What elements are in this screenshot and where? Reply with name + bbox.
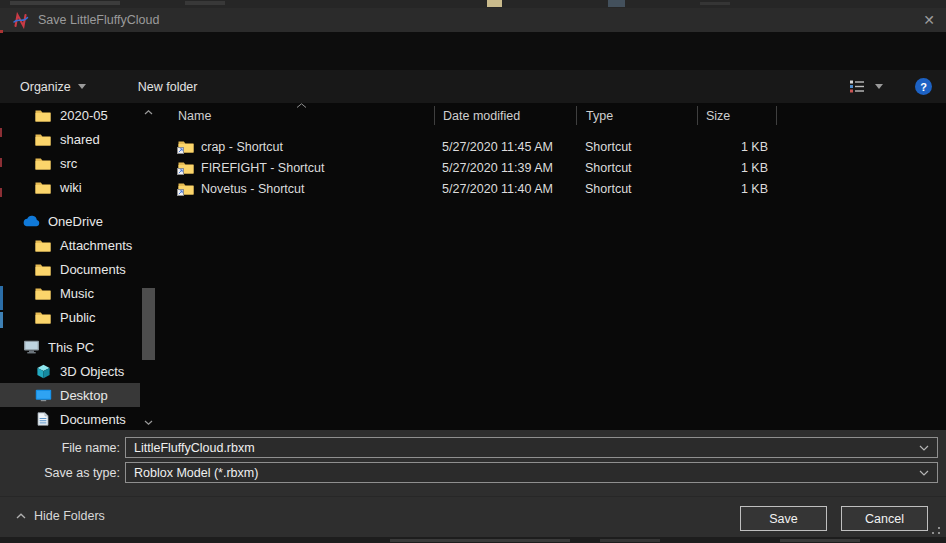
chevron-down-icon[interactable] (919, 445, 929, 451)
sidebar-item-this-pc[interactable]: This PC (0, 335, 160, 359)
window-title: Save LittleFluffyCloud (38, 13, 159, 27)
file-row[interactable]: FIREFIGHT - Shortcut 5/27/2020 11:39 AM … (160, 157, 946, 178)
sidebar-item-src[interactable]: src (0, 151, 160, 175)
save-as-type-label: Save as type: (0, 466, 120, 480)
hide-folders-button[interactable]: Hide Folders (16, 509, 105, 523)
scrollbar-thumb[interactable] (142, 288, 155, 360)
file-type: Shortcut (576, 136, 697, 157)
new-folder-label: New folder (138, 80, 198, 94)
save-dialog: { "title_bar": { "title": "Save LittleFl… (0, 0, 946, 543)
folder-icon (34, 263, 52, 276)
file-type: Shortcut (576, 157, 697, 178)
sidebar-item-label: src (60, 156, 77, 171)
sidebar-item-documents-onedrive[interactable]: Documents (0, 257, 160, 281)
document-icon (34, 412, 52, 426)
folder-icon (34, 181, 52, 194)
file-date: 5/27/2020 11:39 AM (434, 157, 576, 178)
file-row[interactable]: crap - Shortcut 5/27/2020 11:45 AM Short… (160, 136, 946, 157)
shortcut-folder-icon (178, 161, 194, 174)
sidebar-item-label: Desktop (60, 388, 108, 403)
sidebar-item-label: 2020-05 (60, 108, 108, 123)
sidebar-item-attachments[interactable]: Attachments (0, 233, 160, 257)
shortcut-arrow-icon (177, 147, 184, 154)
column-header-size[interactable]: Size (697, 106, 777, 125)
folder-icon (34, 157, 52, 170)
sort-ascending-icon (296, 103, 307, 108)
sidebar-item-public[interactable]: Public (0, 305, 160, 329)
shortcut-arrow-icon (177, 168, 184, 175)
chevron-up-icon (16, 513, 26, 519)
column-header-name[interactable]: Name (160, 106, 434, 125)
file-fields-panel: File name: LittleFluffyCloud.rbxm Save a… (0, 430, 946, 496)
sidebar-item-desktop[interactable]: Desktop (0, 383, 140, 407)
save-button[interactable]: Save (740, 506, 827, 531)
sidebar-item-label: Attachments (60, 238, 132, 253)
sidebar-item-label: This PC (48, 340, 94, 355)
file-name: FIREFIGHT - Shortcut (201, 161, 324, 175)
command-toolbar: Organize New folder ? (0, 70, 946, 103)
sidebar-item-2020-05[interactable]: 2020-05 (0, 103, 160, 127)
folder-icon (34, 109, 52, 122)
folder-icon (34, 133, 52, 146)
sidebar-item-label: Public (60, 310, 95, 325)
computer-icon (22, 340, 40, 354)
folder-icon (34, 287, 52, 300)
sidebar-scrollbar[interactable] (141, 103, 156, 430)
save-as-type-select[interactable]: Roblox Model (*.rbxm) (125, 462, 938, 483)
details-view-icon[interactable] (849, 80, 865, 93)
close-icon[interactable]: ✕ (912, 8, 946, 32)
file-size: 1 KB (697, 136, 777, 157)
navigation-bar: ← → ↑ › This PC › Desktop ↻ (0, 32, 946, 70)
sidebar-item-shared[interactable]: shared (0, 127, 160, 151)
dialog-footer: Hide Folders Save Cancel (0, 496, 946, 537)
cancel-button[interactable]: Cancel (841, 506, 928, 531)
sidebar-item-documents[interactable]: Documents (0, 407, 160, 430)
sidebar-item-music[interactable]: Music (0, 281, 160, 305)
desktop-icon (34, 389, 52, 402)
file-date: 5/27/2020 11:40 AM (434, 178, 576, 199)
title-bar: Save LittleFluffyCloud ✕ (0, 8, 946, 32)
sidebar-item-label: shared (60, 132, 100, 147)
file-name-value: LittleFluffyCloud.rbxm (134, 441, 255, 455)
sidebar-item-3d-objects[interactable]: 3D Objects (0, 359, 160, 383)
column-header-type[interactable]: Type (576, 106, 697, 125)
new-folder-button[interactable]: New folder (138, 80, 198, 94)
scroll-down-icon[interactable] (141, 415, 156, 429)
file-name: crap - Shortcut (201, 140, 283, 154)
shortcut-folder-icon (178, 140, 194, 153)
sidebar-item-label: Documents (60, 262, 126, 277)
file-size: 1 KB (697, 178, 777, 199)
save-as-type-value: Roblox Model (*.rbxm) (134, 466, 258, 480)
sidebar-item-onedrive[interactable]: OneDrive (0, 209, 160, 233)
sidebar-item-label: 3D Objects (60, 364, 124, 379)
hide-folders-label: Hide Folders (34, 509, 105, 523)
file-size: 1 KB (697, 157, 777, 178)
file-type: Shortcut (576, 178, 697, 199)
sidebar-item-wiki[interactable]: wiki (0, 175, 160, 199)
file-list: Name Date modified Type Size crap - Shor… (160, 103, 946, 430)
shortcut-arrow-icon (177, 189, 184, 196)
folder-icon (34, 239, 52, 252)
file-name: Novetus - Shortcut (201, 182, 305, 196)
navigation-pane: 2020-05 shared src wiki OneDrive Attachm… (0, 103, 160, 430)
novetus-app-icon (12, 12, 29, 29)
dialog-content: 2020-05 shared src wiki OneDrive Attachm… (0, 103, 946, 430)
cube-icon (34, 364, 52, 379)
sidebar-item-label: OneDrive (48, 214, 103, 229)
folder-icon (34, 311, 52, 324)
background-window-sliver-top (0, 0, 946, 8)
organize-button[interactable]: Organize (20, 80, 86, 94)
background-window-sliver-bottom (0, 537, 946, 543)
help-icon[interactable]: ? (915, 78, 932, 95)
onedrive-cloud-icon (22, 215, 40, 227)
chevron-down-icon[interactable] (919, 470, 929, 476)
file-date: 5/27/2020 11:45 AM (434, 136, 576, 157)
column-header-date-modified[interactable]: Date modified (434, 106, 576, 125)
caret-down-icon (78, 84, 86, 89)
scroll-up-icon[interactable] (141, 105, 156, 119)
file-name-input[interactable]: LittleFluffyCloud.rbxm (125, 437, 938, 458)
file-row[interactable]: Novetus - Shortcut 5/27/2020 11:40 AM Sh… (160, 178, 946, 199)
sidebar-item-label: wiki (60, 180, 82, 195)
organize-label: Organize (20, 80, 71, 94)
view-options-caret-icon[interactable] (875, 84, 883, 89)
